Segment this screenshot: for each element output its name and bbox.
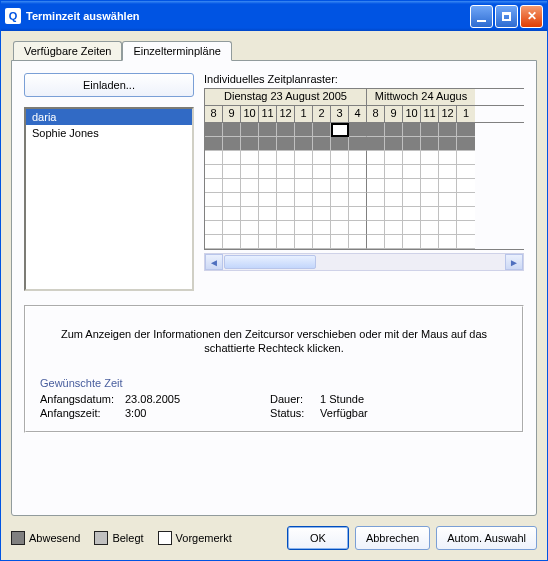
grid-cell[interactable]	[223, 151, 241, 165]
grid-cell[interactable]	[295, 235, 313, 249]
grid-cell[interactable]	[277, 221, 295, 235]
grid-cell[interactable]	[313, 151, 331, 165]
grid-cell[interactable]	[421, 235, 439, 249]
grid-cell[interactable]	[349, 221, 367, 235]
grid-cell[interactable]	[241, 165, 259, 179]
grid-cell[interactable]	[457, 235, 475, 249]
grid-row[interactable]	[205, 235, 524, 249]
close-button[interactable]: ✕	[520, 5, 543, 28]
grid-cell[interactable]	[385, 235, 403, 249]
grid-cell[interactable]	[241, 179, 259, 193]
grid-cell[interactable]	[313, 193, 331, 207]
grid-cell[interactable]	[439, 137, 457, 151]
grid-cell[interactable]	[205, 235, 223, 249]
grid-row[interactable]	[205, 151, 524, 165]
tab-individual-schedules[interactable]: Einzelterminpläne	[122, 41, 231, 61]
grid-cell[interactable]	[223, 207, 241, 221]
grid-cell[interactable]	[223, 137, 241, 151]
grid-cell[interactable]	[241, 193, 259, 207]
grid-cell[interactable]	[331, 179, 349, 193]
grid-row[interactable]	[205, 221, 524, 235]
grid-cell[interactable]	[385, 179, 403, 193]
grid-cell[interactable]	[241, 207, 259, 221]
grid-cell[interactable]	[439, 235, 457, 249]
grid-row[interactable]	[205, 207, 524, 221]
grid-cell[interactable]	[277, 207, 295, 221]
grid-cell[interactable]	[205, 123, 223, 137]
titlebar[interactable]: Q Terminzeit auswählen ✕	[1, 1, 547, 31]
grid-cell[interactable]	[385, 151, 403, 165]
grid-cell[interactable]	[439, 221, 457, 235]
grid-cell[interactable]	[223, 165, 241, 179]
grid-cell[interactable]	[385, 165, 403, 179]
grid-cell[interactable]	[259, 179, 277, 193]
grid-cell[interactable]	[205, 165, 223, 179]
grid-cell[interactable]	[295, 151, 313, 165]
grid-cell[interactable]	[295, 179, 313, 193]
grid-cell[interactable]	[367, 151, 385, 165]
grid-cell[interactable]	[313, 165, 331, 179]
grid-cell[interactable]	[295, 221, 313, 235]
grid-cell[interactable]	[367, 235, 385, 249]
grid-cell[interactable]	[223, 123, 241, 137]
grid-cell[interactable]	[421, 207, 439, 221]
grid-cell[interactable]	[259, 221, 277, 235]
grid-cell[interactable]	[313, 207, 331, 221]
grid-cell[interactable]	[457, 151, 475, 165]
grid-cell[interactable]	[457, 137, 475, 151]
grid-cell[interactable]	[295, 123, 313, 137]
grid-cell[interactable]	[259, 137, 277, 151]
grid-cell[interactable]	[223, 193, 241, 207]
grid-cell[interactable]	[205, 137, 223, 151]
grid-cell[interactable]	[367, 207, 385, 221]
scroll-thumb[interactable]	[224, 255, 316, 269]
grid-cell[interactable]	[457, 207, 475, 221]
grid-cell[interactable]	[367, 123, 385, 137]
grid-cell[interactable]	[277, 193, 295, 207]
grid-row[interactable]	[205, 193, 524, 207]
grid-cell[interactable]	[331, 151, 349, 165]
grid-cell[interactable]	[367, 193, 385, 207]
grid-cell[interactable]	[205, 193, 223, 207]
time-grid[interactable]: Dienstag 23 August 2005Mittwoch 24 Augus…	[204, 88, 524, 250]
grid-cell[interactable]	[223, 235, 241, 249]
grid-cell[interactable]	[295, 193, 313, 207]
grid-cell[interactable]	[457, 165, 475, 179]
grid-cell[interactable]	[331, 235, 349, 249]
grid-cell[interactable]	[331, 165, 349, 179]
grid-cell[interactable]	[403, 137, 421, 151]
grid-cell[interactable]	[223, 179, 241, 193]
grid-cell[interactable]	[259, 165, 277, 179]
grid-cell[interactable]	[277, 137, 295, 151]
grid-cell[interactable]	[349, 165, 367, 179]
minimize-button[interactable]	[470, 5, 493, 28]
grid-cell[interactable]	[223, 221, 241, 235]
grid-cell[interactable]	[205, 151, 223, 165]
grid-cell[interactable]	[313, 123, 331, 137]
grid-row[interactable]	[205, 165, 524, 179]
grid-cell[interactable]	[403, 151, 421, 165]
grid-cell[interactable]	[259, 151, 277, 165]
grid-cell[interactable]	[349, 235, 367, 249]
attendee-item[interactable]: Sophie Jones	[26, 125, 192, 141]
grid-cell[interactable]	[421, 165, 439, 179]
grid-cell[interactable]	[403, 207, 421, 221]
grid-cell[interactable]	[403, 179, 421, 193]
grid-cell[interactable]	[241, 137, 259, 151]
grid-cell[interactable]	[331, 207, 349, 221]
grid-cell[interactable]	[331, 221, 349, 235]
maximize-button[interactable]	[495, 5, 518, 28]
grid-cell[interactable]	[457, 193, 475, 207]
horizontal-scrollbar[interactable]: ◄ ►	[204, 253, 524, 271]
grid-cell[interactable]	[403, 123, 421, 137]
grid-cell[interactable]	[367, 179, 385, 193]
attendee-item[interactable]: daria	[26, 109, 192, 125]
grid-cell[interactable]	[367, 221, 385, 235]
grid-cell[interactable]	[313, 137, 331, 151]
grid-cell[interactable]	[421, 151, 439, 165]
grid-cell[interactable]	[331, 137, 349, 151]
grid-cell[interactable]	[259, 207, 277, 221]
grid-cell[interactable]	[439, 179, 457, 193]
grid-cell[interactable]	[457, 221, 475, 235]
grid-cell[interactable]	[259, 235, 277, 249]
